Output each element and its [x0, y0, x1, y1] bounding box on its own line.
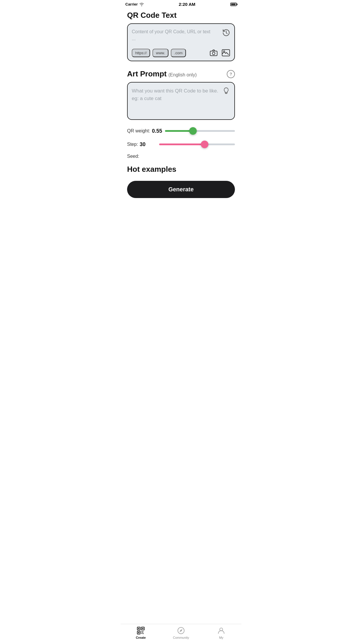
camera-icon-button[interactable]	[209, 48, 218, 57]
svg-rect-0	[210, 51, 217, 56]
status-time: 2:20 AM	[179, 2, 195, 7]
qr-text-ellipsis: ...	[132, 36, 222, 41]
main-content: QR Code Text Content of your QR Code, UR…	[121, 8, 241, 227]
camera-icon	[210, 50, 217, 56]
slider-section: QR weight: 0.55 Step: 30 Seed:	[127, 127, 235, 159]
art-prompt-title-area: Art Prompt (English only)	[127, 69, 197, 78]
wifi-icon	[139, 3, 144, 6]
step-value: 30	[140, 141, 145, 148]
status-right	[230, 3, 237, 6]
generate-button[interactable]: Generate	[127, 181, 235, 198]
art-prompt-placeholder: What you want this QR Code to be like. e…	[132, 87, 222, 102]
art-prompt-title: Art Prompt	[127, 69, 167, 78]
qr-weight-slider[interactable]	[165, 127, 235, 135]
seed-label: Seed:	[127, 154, 139, 159]
qr-weight-label: QR weight: 0.55	[127, 128, 162, 134]
carrier-label: Carrier	[125, 2, 138, 6]
image-icon	[222, 49, 230, 56]
qr-weight-value: 0.55	[152, 128, 162, 134]
qr-code-text-title: QR Code Text	[127, 11, 235, 20]
step-label: Step: 30	[127, 141, 156, 148]
qr-text-inner: Content of your QR Code, URL or text ...	[132, 29, 230, 45]
battery-icon	[230, 3, 237, 6]
shortcut-com[interactable]: .com	[171, 49, 186, 57]
qr-shortcuts-left: https:// www. .com	[132, 49, 186, 57]
art-prompt-subtitle: (English only)	[168, 72, 197, 78]
qr-weight-thumb[interactable]	[189, 127, 197, 135]
art-prompt-header: Art Prompt (English only) ?	[127, 69, 235, 78]
history-icon[interactable]	[222, 29, 230, 37]
seed-row: Seed:	[127, 154, 235, 159]
qr-text-placeholder: Content of your QR Code, URL or text	[132, 29, 222, 35]
svg-point-1	[212, 52, 215, 55]
qr-text-box[interactable]: Content of your QR Code, URL or text ...…	[127, 23, 235, 61]
step-row: Step: 30	[127, 140, 235, 148]
hot-examples-title: Hot examples	[127, 165, 235, 174]
step-slider[interactable]	[159, 140, 235, 148]
shortcut-www[interactable]: www.	[152, 49, 168, 57]
step-track	[159, 144, 235, 145]
qr-shortcuts: https:// www. .com	[132, 48, 230, 57]
shortcut-https[interactable]: https://	[132, 49, 150, 57]
help-icon[interactable]: ?	[227, 70, 235, 78]
qr-weight-track	[165, 130, 235, 132]
qr-text-content: Content of your QR Code, URL or text ...	[132, 29, 222, 41]
status-bar: Carrier 2:20 AM	[121, 0, 241, 8]
status-left: Carrier	[125, 2, 144, 6]
art-prompt-box[interactable]: What you want this QR Code to be like. e…	[127, 82, 235, 120]
step-thumb[interactable]	[201, 141, 208, 148]
qr-weight-row: QR weight: 0.55	[127, 127, 235, 135]
qr-shortcuts-right	[209, 48, 230, 57]
image-icon-button[interactable]	[222, 48, 230, 57]
lightbulb-icon[interactable]	[222, 87, 230, 95]
